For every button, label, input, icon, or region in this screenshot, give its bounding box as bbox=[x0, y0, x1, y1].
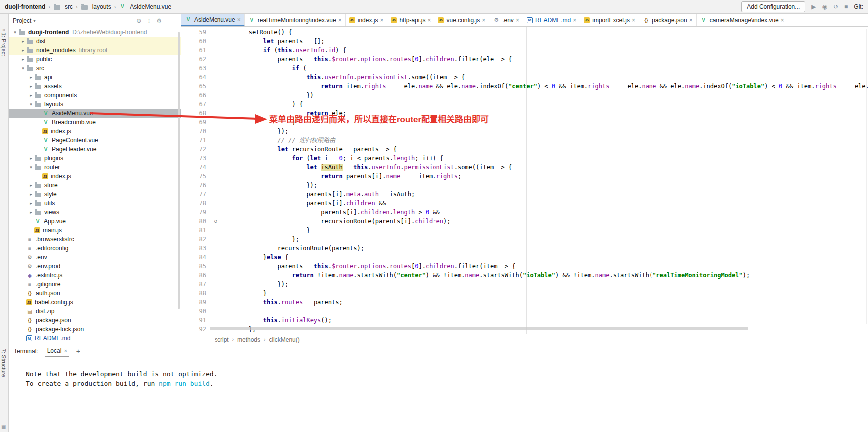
tab-close-icon[interactable]: × bbox=[781, 17, 784, 24]
add-configuration-button[interactable]: Add Configuration... bbox=[741, 1, 805, 12]
chevron-down-icon[interactable]: ▾ bbox=[28, 102, 34, 107]
line-number[interactable]: 62 bbox=[181, 55, 211, 64]
editor-tab-index.js[interactable]: JSindex.js× bbox=[346, 14, 388, 26]
tree-item-utils[interactable]: ▸utils bbox=[9, 199, 181, 208]
editor-tab-README.md[interactable]: MREADME.md× bbox=[523, 14, 580, 26]
line-number[interactable]: 74 bbox=[181, 163, 211, 172]
tree-item-README.md[interactable]: MREADME.md bbox=[9, 334, 181, 343]
line-number[interactable]: 68 bbox=[181, 109, 211, 118]
line-number[interactable]: 59 bbox=[181, 28, 211, 37]
tree-item-views[interactable]: ▸views bbox=[9, 208, 181, 217]
code-line-76[interactable]: 76 }); bbox=[181, 181, 868, 190]
line-number[interactable]: 85 bbox=[181, 262, 211, 271]
tree-item-plugins[interactable]: ▸plugins bbox=[9, 154, 181, 163]
line-number[interactable]: 63 bbox=[181, 64, 211, 73]
line-number[interactable]: 79 bbox=[181, 208, 211, 217]
code-line-91[interactable]: 91 this.initialKeys(); bbox=[181, 316, 868, 325]
titlebar-path-item[interactable]: src bbox=[65, 3, 73, 10]
tree-item-public[interactable]: ▸public bbox=[9, 55, 181, 64]
chevron-right-icon[interactable]: ▸ bbox=[28, 210, 34, 215]
chevron-right-icon[interactable]: ▸ bbox=[28, 192, 34, 197]
line-number[interactable]: 64 bbox=[181, 73, 211, 82]
code-editor[interactable]: 59 setRoute() {60 let parents = [];61 if… bbox=[181, 27, 868, 334]
line-number[interactable]: 75 bbox=[181, 172, 211, 181]
tree-scrollbar[interactable] bbox=[178, 32, 180, 309]
tree-item-babel.config.js[interactable]: JSbabel.config.js bbox=[9, 298, 181, 307]
line-number[interactable]: 72 bbox=[181, 145, 211, 154]
tree-item-.env[interactable]: ⚙.env bbox=[9, 253, 181, 262]
line-number[interactable]: 69 bbox=[181, 118, 211, 127]
tree-item-.gitignore[interactable]: ≡.gitignore bbox=[9, 280, 181, 289]
editor-tab-cameraManage\index.vue[interactable]: VcameraManage\index.vue× bbox=[697, 14, 788, 26]
tree-item-layouts[interactable]: ▾layouts bbox=[9, 100, 181, 109]
breadcrumb-item[interactable]: methods bbox=[237, 336, 260, 343]
tab-close-icon[interactable]: × bbox=[516, 17, 519, 24]
new-terminal-button[interactable]: + bbox=[76, 347, 80, 355]
code-line-73[interactable]: 73 for (let i = 0; i < parents.length; i… bbox=[181, 154, 868, 163]
titlebar-path-item[interactable]: layouts bbox=[92, 3, 111, 10]
code-line-65[interactable]: 65 return item.rights === ele.name && el… bbox=[181, 82, 868, 91]
terminal-tab-local[interactable]: Local × bbox=[45, 346, 69, 357]
line-number[interactable]: 81 bbox=[181, 226, 211, 235]
line-number[interactable]: 73 bbox=[181, 154, 211, 163]
code-line-74[interactable]: 74 let isAuth = this.userInfo.permission… bbox=[181, 163, 868, 172]
code-line-89[interactable]: 89 this.routes = parents; bbox=[181, 298, 868, 307]
code-line-59[interactable]: 59 setRoute() { bbox=[181, 28, 868, 37]
editor-tab-vue.config.js[interactable]: JSvue.config.js× bbox=[434, 14, 489, 26]
code-line-87[interactable]: 87 }); bbox=[181, 280, 868, 289]
debug-icon[interactable]: ◉ bbox=[822, 3, 827, 10]
tab-close-icon[interactable]: × bbox=[237, 16, 241, 23]
code-line-78[interactable]: 78 parents[i].children && bbox=[181, 199, 868, 208]
tree-item-router[interactable]: ▾router bbox=[9, 163, 181, 172]
code-line-83[interactable]: 83 recursionRoute(parents); bbox=[181, 244, 868, 253]
horizontal-scrollbar[interactable] bbox=[210, 327, 748, 330]
chevron-down-icon[interactable]: ▾ bbox=[28, 165, 34, 170]
refresh-icon[interactable]: ↺ bbox=[833, 3, 838, 10]
line-number[interactable]: 67 bbox=[181, 100, 211, 109]
chevron-right-icon[interactable]: ▸ bbox=[20, 39, 26, 44]
editor-tab-realTimeMonitoring\index.vue[interactable]: VrealTimeMonitoring\index.vue× bbox=[245, 14, 346, 26]
tree-item-index.js[interactable]: JSindex.js bbox=[9, 127, 181, 136]
breadcrumb-item[interactable]: clickMenu() bbox=[269, 336, 299, 343]
chevron-right-icon[interactable]: ▸ bbox=[28, 183, 34, 188]
tree-item-style[interactable]: ▸style bbox=[9, 190, 181, 199]
tree-item-index.js[interactable]: JSindex.js bbox=[9, 172, 181, 181]
editor-tab-AsideMenu.vue[interactable]: VAsideMenu.vue× bbox=[181, 14, 245, 26]
code-line-70[interactable]: 70 }); bbox=[181, 127, 868, 136]
code-line-90[interactable]: 90 bbox=[181, 307, 868, 316]
code-line-64[interactable]: 64 this.userInfo.permissionList.some((it… bbox=[181, 73, 868, 82]
line-number[interactable]: 90 bbox=[181, 307, 211, 316]
tab-close-icon[interactable]: × bbox=[427, 17, 431, 24]
tree-item-api[interactable]: ▸api bbox=[9, 73, 181, 82]
code-line-85[interactable]: 85 parents = this.$router.options.routes… bbox=[181, 262, 868, 271]
tab-close-icon[interactable]: × bbox=[380, 17, 383, 24]
tree-item-PageHeader.vue[interactable]: VPageHeader.vue bbox=[9, 145, 181, 154]
chevron-right-icon[interactable]: ▸ bbox=[28, 201, 34, 206]
terminal-output[interactable]: Note that the development build is not o… bbox=[9, 357, 868, 388]
editor-tab-package.json[interactable]: {}package.json× bbox=[639, 14, 697, 26]
line-number[interactable]: 84 bbox=[181, 253, 211, 262]
tree-item-.editorconfig[interactable]: ≡.editorconfig bbox=[9, 244, 181, 253]
tree-item-src[interactable]: ▾src bbox=[9, 64, 181, 73]
tree-item-.eslintrc.js[interactable]: ◈.eslintrc.js bbox=[9, 271, 181, 280]
chevron-right-icon[interactable]: ▸ bbox=[28, 93, 34, 98]
tab-close-icon[interactable]: × bbox=[482, 17, 485, 24]
code-line-61[interactable]: 61 if (this.userInfo.id) { bbox=[181, 46, 868, 55]
tree-item-package.json[interactable]: {}package.json bbox=[9, 316, 181, 325]
line-number[interactable]: 92 bbox=[181, 325, 211, 334]
titlebar-path-item[interactable]: AsideMenu.vue bbox=[130, 3, 171, 10]
chevron-right-icon[interactable]: ▸ bbox=[28, 156, 34, 161]
editor-tab-.env[interactable]: ⚙.env× bbox=[489, 14, 523, 26]
settings-icon[interactable]: ⚙ bbox=[156, 17, 162, 24]
tree-item-PageContent.vue[interactable]: VPageContent.vue bbox=[9, 136, 181, 145]
line-number[interactable]: 60 bbox=[181, 37, 211, 46]
grid-icon[interactable]: ▦ bbox=[1, 424, 6, 429]
chevron-down-icon[interactable]: ▾ bbox=[20, 66, 26, 71]
tree-item-dist[interactable]: ▸dist bbox=[9, 37, 181, 46]
tree-item-.browserslistrc[interactable]: ≡.browserslistrc bbox=[9, 235, 181, 244]
line-number[interactable]: 77 bbox=[181, 190, 211, 199]
code-line-81[interactable]: 81 } bbox=[181, 226, 868, 235]
stop-icon[interactable]: ■ bbox=[844, 3, 848, 10]
project-view-selector[interactable]: Project ▾ bbox=[13, 17, 36, 24]
tree-item-store[interactable]: ▸store bbox=[9, 181, 181, 190]
